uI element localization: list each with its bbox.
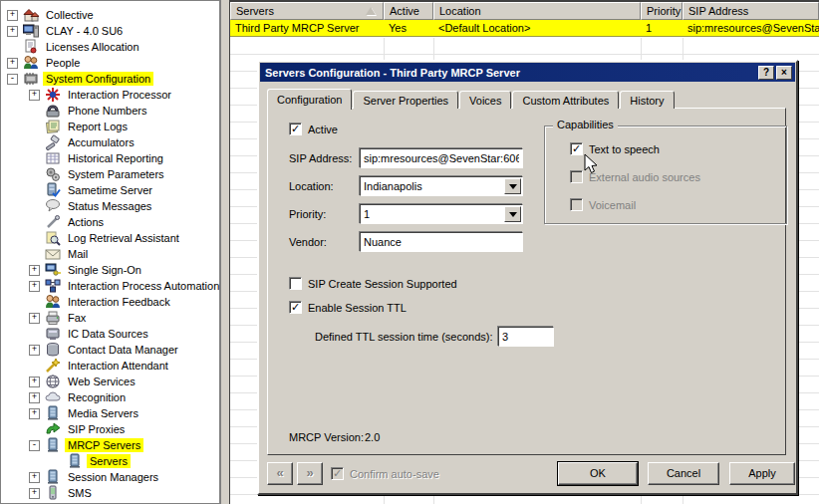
- tree-item-collective[interactable]: +Collective: [1, 7, 219, 23]
- tree-item-label[interactable]: Accumulators: [65, 135, 137, 149]
- table-cell[interactable]: Third Party MRCP Server: [230, 20, 384, 36]
- tree-item-servers[interactable]: Servers: [1, 453, 219, 469]
- tree-item-actions[interactable]: Actions: [1, 214, 219, 230]
- tree-item-label[interactable]: Interaction Feedback: [65, 295, 173, 309]
- expand-plus-icon[interactable]: +: [7, 10, 18, 21]
- active-checkbox-row[interactable]: ✓ Active: [289, 123, 338, 135]
- tree-item-licenses-allocation[interactable]: Licenses Allocation: [1, 39, 219, 55]
- tree-item-label[interactable]: Historical Reporting: [65, 151, 166, 165]
- enable-session-ttl-row[interactable]: ✓ Enable Session TTL: [289, 301, 407, 314]
- chevron-down-icon[interactable]: [504, 206, 521, 222]
- tree-item-label[interactable]: SIP Proxies: [65, 422, 128, 436]
- apply-button[interactable]: Apply: [729, 462, 795, 485]
- close-button[interactable]: ×: [776, 66, 792, 80]
- table-cell[interactable]: <Default Location>: [433, 20, 641, 36]
- enable-session-ttl-checkbox[interactable]: ✓: [289, 301, 302, 314]
- collapse-minus-icon[interactable]: -: [7, 74, 18, 85]
- tree-item-single-sign-on[interactable]: +Single Sign-On: [1, 262, 219, 278]
- tree-item-web-services[interactable]: +Web Services: [1, 374, 219, 389]
- tree-item-system-configuration[interactable]: -System Configuration: [1, 71, 219, 87]
- tree-item-log-retrieval-assistant[interactable]: Log Retrieval Assistant: [1, 230, 219, 246]
- tree-item-report-logs[interactable]: Report Logs: [1, 119, 219, 134]
- help-button[interactable]: ?: [758, 66, 774, 80]
- expand-plus-icon[interactable]: +: [29, 377, 40, 387]
- tree-item-label[interactable]: Session Managers: [65, 470, 161, 484]
- tree-item-label[interactable]: Interaction Process Automation: [65, 279, 221, 293]
- tree-item-label[interactable]: People: [43, 56, 83, 70]
- table-cell[interactable]: sip:mresources@SevenStar:6060: [682, 20, 819, 36]
- tree-item-contact-data-manager[interactable]: +Contact Data Manager: [1, 342, 219, 358]
- tree-item-label[interactable]: Sametime Server: [65, 183, 155, 197]
- tree-item-label[interactable]: Licenses Allocation: [43, 40, 142, 54]
- tree-item-historical-reporting[interactable]: Historical Reporting: [1, 150, 219, 166]
- expand-plus-icon[interactable]: +: [29, 281, 40, 292]
- column-header-location[interactable]: Location: [433, 2, 641, 20]
- tab-voices[interactable]: Voices: [459, 91, 511, 109]
- tree-item-label[interactable]: Web Services: [65, 375, 138, 388]
- tree-item-system-parameters[interactable]: System Parameters: [1, 166, 219, 182]
- column-header-sip-address[interactable]: SIP Address: [682, 2, 819, 20]
- tree-item-label[interactable]: Media Servers: [65, 406, 141, 420]
- expand-plus-icon[interactable]: +: [29, 472, 40, 483]
- tab-history[interactable]: History: [620, 91, 674, 109]
- chevron-down-icon[interactable]: [504, 178, 521, 194]
- tab-configuration[interactable]: Configuration: [267, 89, 352, 110]
- expand-plus-icon[interactable]: +: [29, 265, 40, 276]
- tree-item-ic-data-sources[interactable]: IC Data Sources: [1, 326, 219, 342]
- column-header-servers[interactable]: Servers: [230, 2, 384, 20]
- tree-item-sip-proxies[interactable]: SIP Proxies: [1, 421, 219, 437]
- confirm-autosave-row[interactable]: ✓ Confirm auto-save: [331, 467, 439, 480]
- tree-item-label[interactable]: Interaction Attendant: [65, 359, 171, 373]
- sip-create-session-row[interactable]: SIP Create Session Supported: [289, 277, 457, 290]
- tree-item-label[interactable]: Single Sign-On: [65, 263, 144, 277]
- ok-button[interactable]: OK: [558, 462, 638, 485]
- tree-item-label[interactable]: Contact Data Manager: [65, 343, 181, 357]
- table-row[interactable]: Third Party MRCP ServerYes<Default Locat…: [230, 20, 819, 37]
- tree-item-label[interactable]: Collective: [43, 8, 97, 22]
- collapse-minus-icon[interactable]: -: [29, 440, 40, 451]
- expand-plus-icon[interactable]: +: [7, 58, 18, 69]
- column-header-priority[interactable]: Priority: [641, 2, 682, 20]
- tree-item-media-servers[interactable]: +Media Servers: [1, 405, 219, 421]
- priority-dropdown[interactable]: 1: [360, 204, 523, 224]
- expand-plus-icon[interactable]: +: [29, 313, 40, 324]
- column-header-active[interactable]: Active: [384, 2, 433, 20]
- previous-record-button[interactable]: «: [267, 462, 293, 485]
- vendor-input[interactable]: [360, 232, 523, 252]
- expand-plus-icon[interactable]: +: [29, 408, 40, 419]
- tree-item-label[interactable]: Actions: [65, 215, 107, 229]
- tree-item-label[interactable]: Fax: [65, 311, 89, 325]
- sip-create-session-checkbox[interactable]: [289, 277, 302, 290]
- tree-item-recognition[interactable]: +Recognition: [1, 389, 219, 405]
- tree-item-sametime-server[interactable]: Sametime Server: [1, 182, 219, 198]
- tree-item-interaction-process-automation[interactable]: +Interaction Process Automation: [1, 278, 219, 294]
- tree-item-label[interactable]: Mail: [65, 247, 91, 261]
- tree-item-label[interactable]: CLAY - 4.0 SU6: [43, 24, 126, 38]
- tree-item-label[interactable]: System Configuration: [43, 72, 153, 86]
- tree-item-fax[interactable]: +Fax: [1, 310, 219, 326]
- tree-item-label[interactable]: SMS: [65, 486, 95, 500]
- tree-item-clay-4-0-su6[interactable]: +CLAY - 4.0 SU6: [1, 23, 219, 39]
- table-cell[interactable]: 1: [641, 20, 682, 36]
- table-cell[interactable]: Yes: [384, 20, 433, 36]
- tree-item-label[interactable]: IC Data Sources: [65, 327, 151, 341]
- tree-item-label[interactable]: Log Retrieval Assistant: [65, 231, 182, 245]
- confirm-autosave-checkbox[interactable]: ✓: [331, 467, 344, 480]
- tree-item-label[interactable]: System Parameters: [65, 167, 167, 181]
- tree-item-label[interactable]: Interaction Processor: [65, 88, 174, 102]
- cancel-button[interactable]: Cancel: [648, 462, 719, 485]
- tree-item-label[interactable]: Status Messages: [65, 199, 154, 213]
- tree-item-people[interactable]: +People: [1, 55, 219, 71]
- dialog-titlebar[interactable]: Servers Configuration - Third Party MRCP…: [260, 63, 795, 82]
- tab-server-properties[interactable]: Server Properties: [353, 91, 458, 109]
- next-record-button[interactable]: »: [297, 462, 323, 485]
- capability-checkbox[interactable]: ✓: [570, 142, 583, 155]
- panel-splitter[interactable]: [221, 0, 229, 504]
- tree-item-sms[interactable]: +SMS: [1, 485, 219, 501]
- sip-address-input[interactable]: [360, 148, 523, 168]
- tree-item-interaction-feedback[interactable]: Interaction Feedback: [1, 294, 219, 310]
- tree-item-mail[interactable]: Mail: [1, 246, 219, 262]
- active-checkbox[interactable]: ✓: [289, 123, 302, 135]
- tree-item-status-messages[interactable]: Status Messages: [1, 198, 219, 214]
- tree-item-label[interactable]: Report Logs: [65, 120, 131, 133]
